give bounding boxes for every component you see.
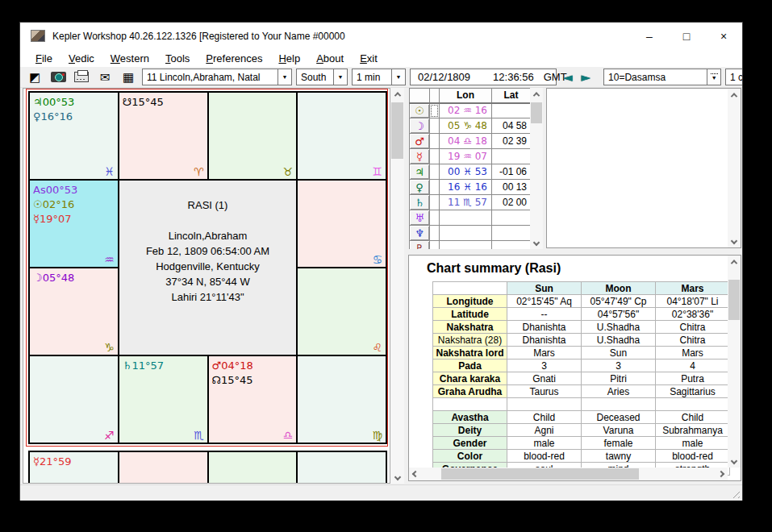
menu-help[interactable]: Help xyxy=(270,52,308,64)
columns-select[interactable]: 1 colum xyxy=(725,69,742,85)
scrollbar-thumb[interactable] xyxy=(391,102,403,159)
menu-about[interactable]: About xyxy=(308,52,352,64)
sun-glyph-button[interactable]: ☉ xyxy=(410,103,430,118)
summary-horizontal-scrollbar[interactable] xyxy=(409,468,728,480)
scroll-up-icon[interactable] xyxy=(728,256,741,268)
selection-cell[interactable] xyxy=(430,195,440,210)
jupiter-glyph-button[interactable]: ♃ xyxy=(410,164,430,180)
rasi-cell-leo[interactable]: ♌ xyxy=(298,268,386,355)
time-step-select[interactable]: 1 min ▼ xyxy=(352,69,406,85)
detail-panel-scrollbar[interactable] xyxy=(728,89,741,247)
rasi-cell-libra[interactable]: ♂04°18☊15°45♎ xyxy=(209,356,297,443)
step-back-arrow-icon[interactable]: ◄ xyxy=(561,70,575,85)
scroll-up-icon[interactable] xyxy=(530,88,543,101)
latitude-cell xyxy=(492,226,531,241)
neptune-glyph-button[interactable]: ♆ xyxy=(410,226,430,241)
scroll-up-icon[interactable] xyxy=(728,89,741,102)
rasi-cell-gemini[interactable]: ♊ xyxy=(298,93,386,179)
scroll-left-icon[interactable] xyxy=(409,468,422,480)
step-forward-arrow-icon[interactable]: ► xyxy=(579,70,594,85)
planet-table: LonLat☉02 ♒ 16☽05 ♑ 4804 58♂04 ♎ 1802 39… xyxy=(409,88,531,249)
rasi-cell-virgo[interactable]: ♍ xyxy=(298,356,386,443)
summary-value: Deceased xyxy=(582,411,656,424)
chart-style-value: South xyxy=(297,72,333,83)
selection-cell[interactable] xyxy=(430,164,440,180)
mars-glyph-button[interactable]: ♂ xyxy=(410,134,430,149)
next-chart-cell-cell-3[interactable] xyxy=(298,452,386,484)
latitude-cell xyxy=(492,210,531,226)
planet-row-mercury: ☿19 ♒ 07 xyxy=(410,149,531,164)
lat-header: Lat xyxy=(492,89,531,103)
draw-icon-button[interactable]: ◩ xyxy=(25,69,44,85)
scrollbar-thumb[interactable] xyxy=(728,280,740,320)
scroll-down-icon[interactable] xyxy=(728,455,741,468)
menu-preferences[interactable]: Preferences xyxy=(198,52,270,64)
next-chart-cell-cell-0[interactable]: ☿21°59 xyxy=(30,452,118,484)
chart-vertical-scrollbar[interactable] xyxy=(390,88,404,484)
close-button[interactable]: × xyxy=(705,23,742,49)
selection-cell[interactable] xyxy=(430,180,440,195)
selection-cell[interactable] xyxy=(430,226,440,241)
selection-cell[interactable] xyxy=(430,118,440,134)
datetime-field[interactable]: 02/12/1809 12:36:56 GMT xyxy=(410,69,557,85)
rasi-cell-taurus[interactable]: ♉ xyxy=(209,93,297,179)
next-chart-cell-cell-1[interactable] xyxy=(119,452,207,484)
ayanamsa: Lahiri 21°11'43" xyxy=(119,289,297,305)
rasi-cell-sagittarius[interactable]: ♐ xyxy=(30,356,118,443)
chevron-down-dotted-icon[interactable]: ▼ xyxy=(707,69,720,85)
scroll-right-icon[interactable] xyxy=(715,468,728,480)
email-icon-button[interactable]: ✉ xyxy=(95,69,115,85)
menu-file[interactable]: File xyxy=(27,52,61,64)
uranus-glyph-button[interactable]: ♅ xyxy=(410,210,430,226)
chevron-down-icon[interactable]: ▼ xyxy=(333,69,347,85)
resize-grip-icon[interactable] xyxy=(730,488,740,498)
rasi-cell-cancer[interactable]: ♋ xyxy=(298,181,386,267)
venus-glyph-button[interactable]: ♀ xyxy=(410,180,430,195)
menu-western[interactable]: Western xyxy=(102,52,157,64)
chevron-down-icon[interactable]: ▼ xyxy=(278,69,291,85)
camera-icon-button[interactable] xyxy=(48,69,68,85)
rasi-cell-scorpio[interactable]: ♄11°57♏ xyxy=(119,356,207,443)
planet-degrees: 15°45 xyxy=(131,96,164,108)
menu-vedic[interactable]: Vedic xyxy=(61,52,102,64)
film-grid-icon-button[interactable]: ▦ xyxy=(119,69,138,85)
chevron-down-icon[interactable]: ▼ xyxy=(391,69,405,85)
chart-select[interactable]: 11 Lincoln,Abraham, Natal ▼ xyxy=(142,69,292,85)
next-chart-cell-cell-2[interactable] xyxy=(209,452,297,484)
selection-cell[interactable] xyxy=(430,241,440,250)
menu-tools[interactable]: Tools xyxy=(157,52,198,64)
moon-glyph-button[interactable]: ☽ xyxy=(410,118,430,134)
varga-select[interactable]: 10=Dasamsa ▼ xyxy=(603,69,721,85)
planet-positions: ☿21°59 xyxy=(30,452,118,469)
chart-canvas[interactable]: RASI (1) Lincoln,Abraham Feb 12, 1809 06… xyxy=(23,88,390,484)
columns-value: 1 colum xyxy=(726,72,742,83)
rasi-cell-aries[interactable]: ☋15°45♈ xyxy=(119,93,207,179)
title-bar[interactable]: Kepler Workshop 40.26.122.1326 [Register… xyxy=(20,23,742,49)
summary-vertical-scrollbar[interactable] xyxy=(728,256,741,468)
minimize-button[interactable]: – xyxy=(631,23,668,49)
menu-exit[interactable]: Exit xyxy=(352,52,386,64)
pluto-glyph-button[interactable]: ♇ xyxy=(410,241,430,250)
scroll-up-icon[interactable] xyxy=(390,88,404,101)
scroll-down-icon[interactable] xyxy=(390,471,404,484)
rasi-cell-aquarius[interactable]: As00°53☉02°16☿19°07♒ xyxy=(30,181,118,267)
planet-table-scrollbar[interactable] xyxy=(530,88,543,249)
saturn-glyph-button[interactable]: ♄ xyxy=(410,195,430,210)
selection-cell[interactable] xyxy=(430,210,440,226)
rasi-cell-capricorn[interactable]: ☽05°48♑ xyxy=(30,268,118,355)
rasi-cell-pisces[interactable]: ♃00°53♀16°16♓ xyxy=(30,93,118,179)
scrollbar-thumb[interactable] xyxy=(531,102,542,123)
scroll-down-icon[interactable] xyxy=(728,235,741,247)
planet-degrees: 21°59 xyxy=(40,455,72,468)
scrollbar-thumb[interactable] xyxy=(441,468,639,480)
maximize-button[interactable]: □ xyxy=(668,23,705,49)
summary-value xyxy=(582,398,656,411)
printer-icon-button[interactable] xyxy=(72,69,91,85)
latitude-cell: 04 58 xyxy=(492,118,531,134)
scroll-down-icon[interactable] xyxy=(530,236,543,249)
selection-cell[interactable] xyxy=(430,103,440,118)
selection-cell[interactable] xyxy=(430,149,440,164)
mercury-glyph-button[interactable]: ☿ xyxy=(410,149,430,164)
chart-style-select[interactable]: South ▼ xyxy=(296,69,348,85)
selection-cell[interactable] xyxy=(430,134,440,149)
